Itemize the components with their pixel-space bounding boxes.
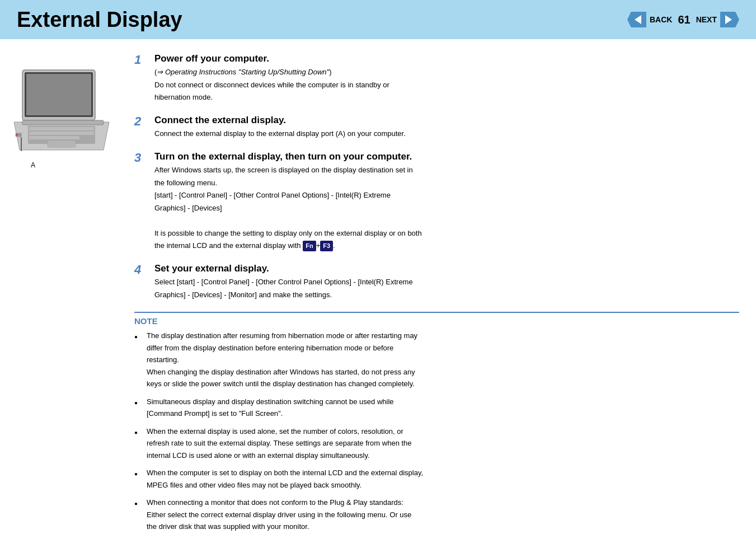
page-number: 61 <box>678 13 690 26</box>
right-panel: 1 Power off your computer. (⇒ Operating … <box>134 50 739 534</box>
svg-rect-10 <box>29 136 79 139</box>
bullet-icon-3 <box>134 427 142 438</box>
note-list: The display destination after resuming f… <box>134 330 739 534</box>
next-label: NEXT <box>696 15 717 24</box>
step-1-title: Power off your computer. <box>154 53 739 64</box>
step-3-content: Turn on the external display, then turn … <box>154 151 739 253</box>
page-title: External Display <box>17 8 182 32</box>
svg-rect-4 <box>26 74 91 115</box>
left-panel: A <box>11 50 123 534</box>
step-4: 4 Set your external display. Select [sta… <box>134 263 739 302</box>
bullet-icon-1 <box>134 331 142 342</box>
back-label: BACK <box>650 15 672 24</box>
step-4-body: Select [start] - [Control Panel] - [Othe… <box>154 277 739 300</box>
note-text-5: When connecting a monitor that does not … <box>147 497 739 534</box>
laptop-label-a: A <box>11 161 123 169</box>
step-1: 1 Power off your computer. (⇒ Operating … <box>134 53 739 105</box>
note-text-4: When the computer is set to display on b… <box>147 467 739 491</box>
step-3-number: 3 <box>134 151 147 165</box>
note-header: NOTE <box>134 313 739 330</box>
step-1-number: 1 <box>134 53 147 67</box>
step-3-title: Turn on the external display, then turn … <box>154 151 739 162</box>
note-text-3: When the external display is used alone,… <box>147 426 739 462</box>
laptop-image <box>11 67 115 157</box>
note-item-2: Simultaneous display and display destina… <box>134 396 739 420</box>
step-1-body: (⇒ Operating Instructions "Starting Up/S… <box>154 67 739 103</box>
note-text-2: Simultaneous display and display destina… <box>147 396 739 420</box>
svg-rect-11 <box>48 140 76 147</box>
bullet-icon-4 <box>134 468 142 479</box>
note-section: NOTE The display destination after resum… <box>134 312 739 534</box>
step-1-content: Power off your computer. (⇒ Operating In… <box>154 53 739 105</box>
svg-marker-1 <box>725 15 732 24</box>
navigation-controls: BACK 61 NEXT <box>627 12 739 27</box>
note-text-1: The display destination after resuming f… <box>147 330 739 391</box>
step-2: 2 Connect the external display. Connect … <box>134 115 739 141</box>
step-2-body: Connect the external display to the exte… <box>154 128 739 139</box>
bullet-icon-5 <box>134 498 142 509</box>
next-button[interactable] <box>720 12 739 27</box>
header-bar: External Display BACK 61 NEXT <box>0 0 756 39</box>
note-item-1: The display destination after resuming f… <box>134 330 739 391</box>
step-4-content: Set your external display. Select [start… <box>154 263 739 302</box>
bullet-icon-2 <box>134 397 142 408</box>
note-item-4: When the computer is set to display on b… <box>134 467 739 491</box>
step-3: 3 Turn on the external display, then tur… <box>134 151 739 253</box>
step-2-content: Connect the external display. Connect th… <box>154 115 739 141</box>
note-item-3: When the external display is used alone,… <box>134 426 739 462</box>
back-button[interactable] <box>627 12 646 27</box>
step-4-number: 4 <box>134 263 147 277</box>
svg-marker-0 <box>635 15 641 24</box>
svg-rect-8 <box>29 127 94 130</box>
content-area: A 1 Power off your computer. (⇒ Operatin… <box>0 39 756 534</box>
step-2-number: 2 <box>134 115 147 128</box>
step-3-body: After Windows starts up, the screen is d… <box>154 165 739 251</box>
step-4-title: Set your external display. <box>154 263 739 274</box>
svg-rect-6 <box>22 120 104 125</box>
step-2-title: Connect the external display. <box>154 115 739 126</box>
svg-point-13 <box>16 134 18 136</box>
svg-rect-9 <box>29 132 94 135</box>
note-item-5: When connecting a monitor that does not … <box>134 497 739 534</box>
